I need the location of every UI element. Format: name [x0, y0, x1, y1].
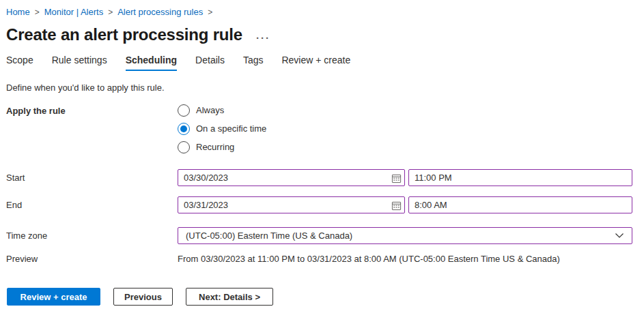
page-title: Create an alert processing rule [6, 25, 242, 45]
wizard-tabs: Scope Rule settings Scheduling Details T… [6, 55, 635, 71]
preview-label: Preview [6, 254, 178, 265]
preview-row: Preview From 03/30/2023 at 11:00 PM to 0… [6, 254, 635, 265]
tab-scope[interactable]: Scope [6, 55, 33, 71]
time-zone-dropdown[interactable]: (UTC-05:00) Eastern Time (US & Canada) [178, 227, 632, 244]
apply-rule-row: Apply the rule Always On a specific time… [6, 104, 635, 153]
tab-review-create[interactable]: Review + create [281, 55, 350, 71]
tab-rule-settings[interactable]: Rule settings [52, 55, 107, 71]
title-row: Create an alert processing rule ··· [6, 25, 635, 45]
end-date-field [178, 196, 405, 213]
review-create-button[interactable]: Review + create [7, 288, 100, 306]
time-zone-selected-value: (UTC-05:00) Eastern Time (US & Canada) [186, 231, 352, 241]
radio-option-always[interactable]: Always [178, 104, 266, 117]
time-zone-row: Time zone (UTC-05:00) Eastern Time (US &… [6, 227, 635, 244]
breadcrumb-separator: > [208, 7, 212, 18]
end-time-input[interactable] [408, 196, 632, 213]
create-alert-processing-rule-page: Home > Monitor | Alerts > Alert processi… [0, 0, 644, 306]
breadcrumb: Home > Monitor | Alerts > Alert processi… [6, 7, 635, 18]
radio-button-recurring[interactable] [178, 141, 190, 153]
apply-rule-label: Apply the rule [6, 104, 178, 117]
scheduling-description: Define when you'd like to apply this rul… [6, 83, 635, 93]
time-zone-label: Time zone [6, 231, 178, 241]
radio-option-recurring[interactable]: Recurring [178, 141, 266, 153]
start-row: Start [6, 169, 635, 186]
calendar-icon[interactable] [391, 200, 402, 211]
radio-button-specific-time[interactable] [178, 123, 190, 135]
tab-details[interactable]: Details [195, 55, 225, 71]
radio-label-specific-time: On a specific time [196, 123, 266, 134]
radio-option-specific-time[interactable]: On a specific time [178, 123, 266, 135]
next-details-button[interactable]: Next: Details > [186, 288, 273, 306]
calendar-icon[interactable] [391, 173, 402, 183]
previous-button[interactable]: Previous [113, 288, 173, 306]
chevron-down-icon [615, 233, 624, 239]
breadcrumb-separator: > [35, 7, 40, 18]
breadcrumb-separator: > [108, 7, 113, 18]
end-label: End [6, 200, 178, 211]
more-options-icon[interactable]: ··· [256, 32, 270, 44]
end-date-input[interactable] [178, 196, 405, 213]
breadcrumb-alert-processing-rules-link[interactable]: Alert processing rules [117, 7, 203, 18]
start-date-input[interactable] [178, 169, 405, 186]
radio-label-always: Always [196, 105, 224, 116]
start-time-input[interactable] [408, 169, 632, 186]
breadcrumb-home-link[interactable]: Home [6, 7, 30, 18]
breadcrumb-monitor-alerts-link[interactable]: Monitor | Alerts [44, 7, 103, 18]
tab-tags[interactable]: Tags [243, 55, 264, 71]
start-label: Start [6, 173, 178, 183]
preview-text: From 03/30/2023 at 11:00 PM to 03/31/202… [178, 254, 560, 265]
start-date-field [178, 169, 405, 186]
radio-label-recurring: Recurring [196, 142, 234, 153]
scheduling-form: Apply the rule Always On a specific time… [6, 104, 635, 265]
tab-scheduling[interactable]: Scheduling [126, 55, 177, 71]
apply-rule-radio-group: Always On a specific time Recurring [178, 104, 266, 153]
radio-button-always[interactable] [178, 104, 190, 117]
wizard-footer: Review + create Previous Next: Details > [6, 288, 635, 306]
end-row: End [6, 196, 635, 213]
